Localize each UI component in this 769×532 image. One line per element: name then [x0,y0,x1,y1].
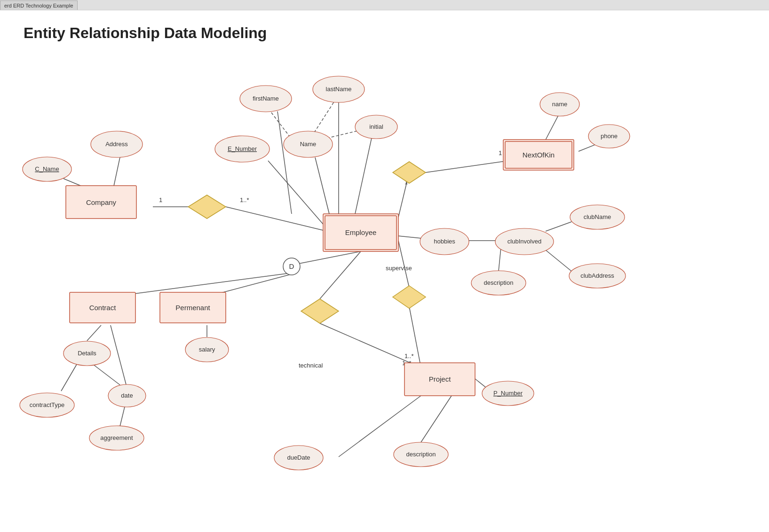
entity-contract-label: Contract [89,304,117,312]
entity-employee-label: Employee [345,228,377,236]
attr-clubaddress-label: clubAddress [580,272,614,279]
diamond-works [188,195,226,219]
svg-line-26 [127,274,287,295]
svg-text:1..*: 1..* [404,352,414,360]
attr-lastname-label: lastName [326,86,352,93]
entity-permanent-label: Permenant [175,304,210,312]
diagram-tab[interactable]: erd ERD Technology Example [0,0,78,10]
svg-line-28 [87,325,101,341]
attr-enumber-label: E_Number [228,145,257,152]
svg-text:supervise: supervise [386,265,412,272]
svg-line-31 [120,407,125,426]
svg-text:1: 1 [159,196,162,203]
svg-text:technical: technical [299,362,323,369]
svg-line-10 [355,138,372,214]
svg-line-11 [315,157,329,214]
attr-aggreement-label: aggreement [100,434,133,441]
svg-line-15 [327,131,358,138]
tab-label: erd ERD Technology Example [4,3,73,8]
erd-diagram: 1 1..* 1 1 [0,10,769,532]
diagram-canvas: Entity Relationship Data Modeling 1 1..*… [0,10,769,532]
attr-salary-label: salary [199,346,215,353]
diamond-has [393,162,426,183]
svg-line-30 [94,365,120,385]
attr-description1-label: description [484,279,514,286]
svg-line-24 [499,248,501,271]
svg-line-38 [398,241,409,288]
attr-nok-name-label: name [552,101,568,108]
attr-clubname-label: clubName [584,213,611,220]
svg-line-22 [546,222,571,231]
diamond-supervise [393,286,426,308]
entity-project-label: Project [429,375,452,383]
svg-text:1: 1 [499,149,502,156]
attr-cname-label: C_Name [35,165,59,172]
svg-line-32 [111,325,126,384]
svg-line-8 [277,111,292,214]
attr-phone-label: phone [601,133,618,140]
attr-description2-label: description [406,451,436,458]
attr-pnumber-label: P_Number [493,390,523,397]
svg-line-29 [61,363,78,391]
attr-initial-label: initial [369,123,383,130]
svg-line-14 [314,102,334,133]
entity-nextofkin-label: NextOfKin [523,151,555,159]
svg-text:1..*: 1..* [240,196,249,203]
attr-details-label: Details [78,350,96,357]
svg-line-41 [421,396,452,442]
attr-hobbies-label: hobbies [434,238,455,245]
entity-company-label: Company [86,198,117,206]
attr-clubinvolved-label: clubInvolved [507,238,541,245]
svg-line-12 [268,161,323,224]
svg-line-1 [226,207,323,230]
attr-contracttype-label: contractType [30,401,64,408]
attr-firstname-label: firstName [253,95,279,102]
attr-date-label: date [121,392,133,399]
svg-line-5 [426,160,515,172]
disjoint-label: D [289,262,294,270]
diamond-assign [301,299,339,323]
attr-duedate-label: dueDate [287,454,310,461]
svg-line-27 [214,274,294,295]
attr-address-label: Address [105,141,128,148]
attr-name-label: Name [300,141,317,148]
svg-line-23 [546,250,571,271]
